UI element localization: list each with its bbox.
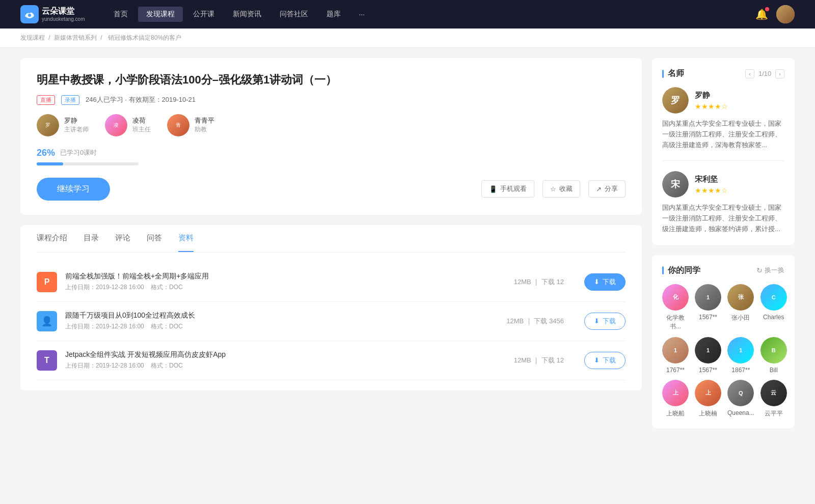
teacher-2: 青 青青平 助教 — [167, 114, 214, 136]
badge-live: 直播 — [37, 95, 55, 105]
teachers-list: 罗 罗静 主讲老师 凌 凌荷 班主任 — [37, 114, 626, 136]
teacher-0: 罗 罗静 主讲老师 — [37, 114, 89, 136]
student-item-0: 化 化学教书... — [662, 284, 689, 331]
progress-bar-fill — [37, 162, 63, 165]
tab-intro[interactable]: 课程介绍 — [37, 225, 67, 252]
student-name-2: 张小田 — [731, 314, 750, 322]
bell-icon[interactable]: 🔔 — [755, 8, 768, 20]
resource-item-1: 👤 跟随千万级项目从0到100全过程高效成长 上传日期：2019-12-28 1… — [37, 302, 626, 341]
teacher-info-1: 凌荷 班主任 — [132, 116, 151, 134]
breadcrumb-link-discover[interactable]: 发现课程 — [20, 34, 45, 41]
progress-header: 26% 已学习0课时 — [37, 148, 626, 158]
teachers-next-btn[interactable]: › — [775, 69, 784, 78]
resource-icon-1: 👤 — [37, 311, 57, 331]
teacher-card-header-0: 罗 罗静 ★★★★☆ — [662, 87, 784, 114]
nav-news[interactable]: 新闻资讯 — [225, 7, 269, 22]
nav-more[interactable]: ··· — [351, 7, 373, 21]
teacher-info-0: 罗静 主讲老师 — [64, 116, 89, 134]
tab-qa[interactable]: 问答 — [147, 225, 162, 252]
student-avatar-5: 1 — [695, 337, 721, 363]
nav-public[interactable]: 公开课 — [185, 7, 223, 22]
student-name-4: 1767** — [666, 367, 685, 374]
student-item-4: 1 1767** — [662, 337, 689, 374]
teachers-panel-nav: ‹ 1/10 › — [745, 69, 784, 78]
resource-name-2: Jetpack全组件实战 开发短视频应用高仿皮皮虾App — [65, 350, 494, 359]
collect-button[interactable]: ☆ 收藏 — [542, 180, 580, 198]
teacher-role-0: 主讲老师 — [64, 125, 89, 134]
student-avatar-0: 化 — [662, 284, 689, 311]
share-label: 分享 — [605, 184, 618, 193]
student-item-8: 上 上晓船 — [662, 380, 689, 418]
student-name-0: 化学教书... — [662, 314, 689, 331]
teachers-page: 1/10 — [758, 70, 771, 77]
student-name-8: 上晓船 — [666, 409, 685, 418]
tab-comments[interactable]: 评论 — [115, 225, 130, 252]
resource-name-1: 跟随千万级项目从0到100全过程高效成长 — [65, 311, 486, 320]
course-title: 明星中教授课，小学阶段语法100分–强化级第1讲动词（一） — [37, 72, 626, 88]
download-button-1[interactable]: ⬇ 下载 — [584, 313, 626, 330]
breadcrumb-current: 销冠修炼术搞定80%的客户 — [108, 34, 181, 41]
notification-dot — [765, 7, 769, 11]
students-panel-header: 你的同学 ↻ 换一换 — [662, 265, 784, 276]
tab-content: P 前端全栈加强版！前端全栈+全周期+多端应用 上传日期：2019-12-28 … — [37, 253, 626, 390]
continue-learning-button[interactable]: 继续学习 — [37, 178, 110, 201]
teacher-name-1: 凌荷 — [132, 116, 151, 125]
student-name-3: Charles — [763, 314, 784, 321]
teacher-card-name-1: 宋利坚 — [695, 175, 728, 184]
resource-info-0: 前端全栈加强版！前端全栈+全周期+多端应用 上传日期：2019-12-28 16… — [65, 272, 494, 292]
student-avatar-11: 云 — [760, 380, 787, 406]
student-avatar-10: Q — [727, 380, 754, 406]
student-avatar-4: 1 — [662, 337, 689, 363]
nav-exam[interactable]: 题库 — [318, 7, 349, 22]
share-button[interactable]: ↗ 分享 — [588, 180, 626, 198]
student-avatar-1: 1 — [695, 284, 721, 311]
nav-home[interactable]: 首页 — [105, 7, 136, 22]
teacher-avatar-1: 凌 — [105, 114, 127, 136]
download-icon-0: ⬇ — [594, 278, 600, 286]
breadcrumb-sep2: / — [100, 34, 104, 41]
share-icon: ↗ — [596, 185, 602, 193]
teacher-card-avatar-0: 罗 — [662, 87, 689, 114]
logo[interactable]: 云朵课堂 yunduoketang.com — [20, 5, 85, 23]
student-item-5: 1 1567** — [695, 337, 721, 374]
download-button-0[interactable]: ⬇ 下载 — [584, 273, 626, 291]
teacher-role-2: 助教 — [195, 125, 214, 134]
sidebar: 名师 ‹ 1/10 › 罗 罗静 ★★★★☆ 国 — [652, 58, 795, 438]
student-name-6: 1867** — [731, 367, 750, 374]
student-name-11: 云平平 — [765, 409, 783, 418]
student-avatar-6: 1 — [727, 337, 754, 363]
breadcrumb-link-series[interactable]: 新媒体营销系列 — [54, 34, 97, 41]
progress-percent: 26% — [37, 148, 55, 158]
tab-catalog[interactable]: 目录 — [84, 225, 99, 252]
teacher-card-meta-0: 罗静 ★★★★☆ — [695, 91, 728, 110]
action-buttons: 📱 手机观看 ☆ 收藏 ↗ 分享 — [481, 180, 626, 198]
resource-item-0: P 前端全栈加强版！前端全栈+全周期+多端应用 上传日期：2019-12-28 … — [37, 263, 626, 302]
students-panel: 你的同学 ↻ 换一换 化 化学教书... 1 1567** — [652, 255, 795, 428]
download-button-2[interactable]: ⬇ 下载 — [584, 352, 626, 369]
resource-sub-0: 上传日期：2019-12-28 16:00 格式：DOC — [65, 283, 494, 292]
mobile-watch-button[interactable]: 📱 手机观看 — [481, 180, 534, 198]
refresh-icon: ↻ — [756, 266, 763, 274]
nav-items: 首页 发现课程 公开课 新闻资讯 问答社区 题库 ··· — [105, 7, 755, 22]
student-item-11: 云 云平平 — [760, 380, 787, 418]
download-icon-1: ⬇ — [594, 317, 600, 325]
teacher-card-desc-0: 国内某重点大学安全工程专业硕士，国家一级注册消防工程师、注册安全工程师、高级注册… — [662, 119, 784, 150]
refresh-button[interactable]: ↻ 换一换 — [756, 266, 784, 275]
tab-resources[interactable]: 资料 — [178, 225, 194, 252]
teacher-stars-0: ★★★★☆ — [695, 102, 728, 110]
logo-text: 云朵课堂 yunduoketang.com — [42, 6, 85, 22]
user-avatar[interactable] — [776, 5, 795, 23]
teacher-name-0: 罗静 — [64, 116, 89, 125]
student-item-10: Q Queena... — [727, 380, 754, 418]
nav-qa[interactable]: 问答社区 — [271, 7, 316, 22]
nav-right: 🔔 — [755, 5, 795, 23]
download-icon-2: ⬇ — [594, 356, 600, 364]
teachers-prev-btn[interactable]: ‹ — [745, 69, 754, 78]
students-panel-title: 你的同学 — [662, 265, 700, 276]
teachers-panel: 名师 ‹ 1/10 › 罗 罗静 ★★★★☆ 国 — [652, 58, 795, 245]
nav-discover[interactable]: 发现课程 — [138, 7, 183, 22]
student-name-9: 上晓楠 — [699, 409, 717, 418]
teachers-panel-title: 名师 — [662, 68, 684, 79]
teacher-card-name-0: 罗静 — [695, 91, 728, 100]
teacher-1: 凌 凌荷 班主任 — [105, 114, 151, 136]
